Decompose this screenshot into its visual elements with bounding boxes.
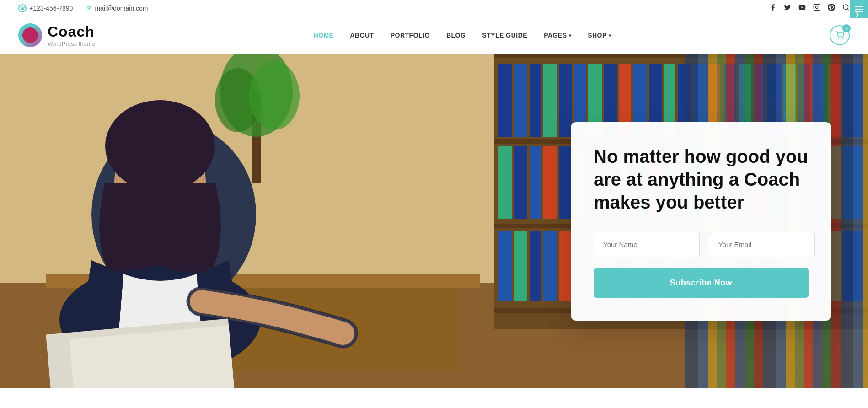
svg-point-98 (249, 61, 300, 130)
svg-rect-86 (843, 231, 863, 301)
hero-section: No matter how good you are at anything a… (0, 54, 868, 388)
site-header: Coach WordPress theme HOME ABOUT PORTFOL… (0, 16, 868, 54)
svg-rect-11 (494, 54, 868, 58)
hero-heading: No matter how good you are at anything a… (594, 145, 809, 214)
svg-point-6 (842, 38, 843, 39)
svg-rect-62 (843, 146, 863, 219)
svg-rect-16 (514, 64, 527, 137)
logo-inner-circle (22, 27, 38, 43)
email-contact: ✉ mail@domain.com (86, 5, 148, 12)
svg-rect-19 (559, 64, 572, 137)
svg-rect-38 (843, 64, 863, 137)
svg-line-4 (847, 9, 849, 10)
svg-rect-40 (514, 146, 527, 219)
search-icon[interactable] (842, 4, 850, 12)
svg-rect-64 (514, 231, 527, 301)
top-bar: ☎ +123-456-7890 ✉ mail@domain.com (0, 0, 868, 16)
svg-rect-1 (814, 4, 820, 10)
shop-chevron-icon: ▾ (609, 33, 611, 38)
social-links (769, 4, 850, 12)
svg-rect-43 (559, 146, 572, 219)
site-title[interactable]: Coach (48, 23, 95, 40)
youtube-icon[interactable] (798, 4, 806, 12)
svg-rect-39 (498, 146, 512, 219)
svg-rect-65 (530, 231, 541, 301)
svg-point-5 (838, 38, 839, 39)
nav-about[interactable]: ABOUT (343, 28, 380, 43)
logo-circle (18, 23, 42, 47)
svg-rect-15 (498, 64, 512, 137)
instagram-icon[interactable] (813, 4, 820, 12)
pages-chevron-icon: ▾ (569, 33, 572, 38)
nav-pages[interactable]: PAGES ▾ (537, 28, 578, 43)
contact-info: ☎ +123-456-7890 ✉ mail@domain.com (18, 4, 148, 12)
name-input[interactable] (594, 232, 700, 257)
corner-widget[interactable]: ❯ (850, 0, 868, 18)
main-nav: HOME ABOUT PORTFOLIO BLOG STYLE GUIDE PA… (307, 28, 617, 43)
site-subtitle: WordPress theme (48, 40, 95, 47)
hero-card: No matter how good you are at anything a… (571, 122, 831, 321)
cart-button[interactable]: 0 (830, 25, 850, 45)
phone-icon: ☎ (18, 4, 27, 12)
email-address: mail@domain.com (95, 5, 148, 12)
pinterest-icon[interactable] (828, 4, 835, 12)
svg-point-3 (843, 5, 848, 10)
nav-style-guide[interactable]: STYLE GUIDE (476, 28, 534, 43)
nav-portfolio[interactable]: PORTFOLIO (384, 28, 436, 43)
svg-rect-17 (530, 64, 541, 137)
cart-badge: 0 (842, 24, 851, 32)
svg-rect-63 (498, 231, 512, 301)
phone-number: +123-456-7890 (29, 5, 73, 12)
svg-rect-66 (543, 231, 557, 301)
logo-text: Coach WordPress theme (48, 23, 95, 47)
twitter-icon[interactable] (784, 4, 791, 12)
subscribe-button[interactable]: Subscribe Now (594, 268, 809, 298)
facebook-icon[interactable] (769, 4, 777, 12)
corner-chevron-icon: ❯ (855, 11, 863, 12)
email-input[interactable] (709, 232, 815, 257)
svg-rect-18 (543, 64, 557, 137)
svg-rect-41 (530, 146, 541, 219)
form-fields-row (594, 232, 809, 257)
svg-point-92 (105, 100, 215, 192)
email-icon: ✉ (86, 5, 92, 12)
nav-blog[interactable]: BLOG (440, 28, 472, 43)
phone-contact: ☎ +123-456-7890 (18, 4, 73, 12)
svg-rect-67 (559, 231, 572, 301)
nav-home[interactable]: HOME (307, 28, 340, 43)
nav-shop[interactable]: SHOP ▾ (581, 28, 617, 43)
svg-rect-42 (543, 146, 557, 219)
logo-area: Coach WordPress theme (18, 23, 95, 47)
